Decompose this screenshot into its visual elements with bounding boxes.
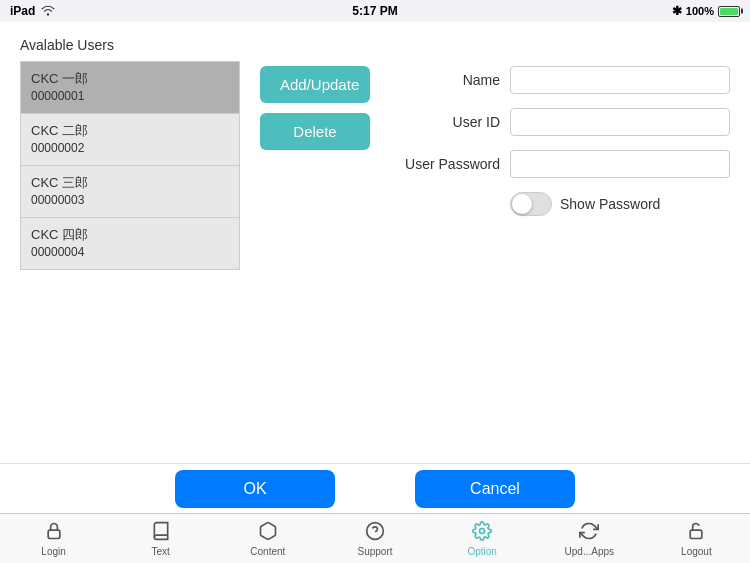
tab-text[interactable]: Text — [107, 514, 214, 563]
bluetooth-icon: ✱ — [672, 4, 682, 18]
question-icon — [365, 521, 385, 544]
status-time: 5:17 PM — [352, 4, 397, 18]
tab-content[interactable]: Content — [214, 514, 321, 563]
password-row: User Password — [390, 150, 730, 178]
action-buttons: Add/Update Delete — [260, 61, 370, 270]
form-fields: Name User ID User Password Show Password — [390, 61, 730, 270]
tab-updapps[interactable]: Upd...Apps — [536, 514, 643, 563]
user-item-3[interactable]: CKC 四郎 00000004 — [21, 218, 239, 269]
cancel-button[interactable]: Cancel — [415, 470, 575, 508]
tab-logout-label: Logout — [681, 546, 712, 557]
tab-text-label: Text — [152, 546, 170, 557]
user-name-2: CKC 三郎 — [31, 174, 229, 192]
ipad-label: iPad — [10, 4, 35, 18]
lock-open-icon — [686, 521, 706, 544]
box-icon — [258, 521, 278, 544]
wifi-icon — [40, 4, 56, 19]
userid-input[interactable] — [510, 108, 730, 136]
tab-login[interactable]: Login — [0, 514, 107, 563]
tab-updapps-label: Upd...Apps — [565, 546, 614, 557]
status-bar: iPad 5:17 PM ✱ 100% — [0, 0, 750, 22]
user-id-3: 00000004 — [31, 244, 229, 261]
password-label: User Password — [390, 156, 500, 172]
user-name-0: CKC 一郎 — [31, 70, 229, 88]
user-id-2: 00000003 — [31, 192, 229, 209]
book-icon — [151, 521, 171, 544]
section-title: Avalable Users — [20, 37, 730, 53]
lock-icon — [44, 521, 64, 544]
refresh-icon — [579, 521, 599, 544]
toggle-thumb — [512, 194, 532, 214]
tab-content-label: Content — [250, 546, 285, 557]
tab-option-label: Option — [467, 546, 496, 557]
gear-icon — [472, 521, 492, 544]
bottom-actions: OK Cancel — [0, 463, 750, 513]
show-password-label: Show Password — [560, 196, 660, 212]
name-label: Name — [390, 72, 500, 88]
tab-support-label: Support — [357, 546, 392, 557]
show-password-toggle[interactable] — [510, 192, 552, 216]
main-content: Avalable Users CKC 一郎 00000001 CKC 二郎 00… — [0, 22, 750, 463]
svg-rect-0 — [48, 530, 60, 538]
tab-option[interactable]: Option — [429, 514, 536, 563]
password-input[interactable] — [510, 150, 730, 178]
battery-percent: 100% — [686, 5, 714, 17]
svg-point-3 — [480, 528, 485, 533]
userid-label: User ID — [390, 114, 500, 130]
show-password-row: Show Password — [390, 192, 730, 216]
user-name-3: CKC 四郎 — [31, 226, 229, 244]
add-update-button[interactable]: Add/Update — [260, 66, 370, 103]
userid-row: User ID — [390, 108, 730, 136]
user-id-1: 00000002 — [31, 140, 229, 157]
content-area: CKC 一郎 00000001 CKC 二郎 00000002 CKC 三郎 0… — [20, 61, 730, 270]
tab-login-label: Login — [41, 546, 65, 557]
user-id-0: 00000001 — [31, 88, 229, 105]
user-item-1[interactable]: CKC 二郎 00000002 — [21, 114, 239, 166]
name-row: Name — [390, 66, 730, 94]
delete-button[interactable]: Delete — [260, 113, 370, 150]
tab-logout[interactable]: Logout — [643, 514, 750, 563]
user-name-1: CKC 二郎 — [31, 122, 229, 140]
name-input[interactable] — [510, 66, 730, 94]
ok-button[interactable]: OK — [175, 470, 335, 508]
tab-bar: Login Text Content Support — [0, 513, 750, 563]
user-list: CKC 一郎 00000001 CKC 二郎 00000002 CKC 三郎 0… — [20, 61, 240, 270]
user-item-2[interactable]: CKC 三郎 00000003 — [21, 166, 239, 218]
user-item-0[interactable]: CKC 一郎 00000001 — [21, 62, 239, 114]
tab-support[interactable]: Support — [321, 514, 428, 563]
battery-indicator — [718, 6, 740, 17]
svg-rect-4 — [691, 530, 703, 538]
